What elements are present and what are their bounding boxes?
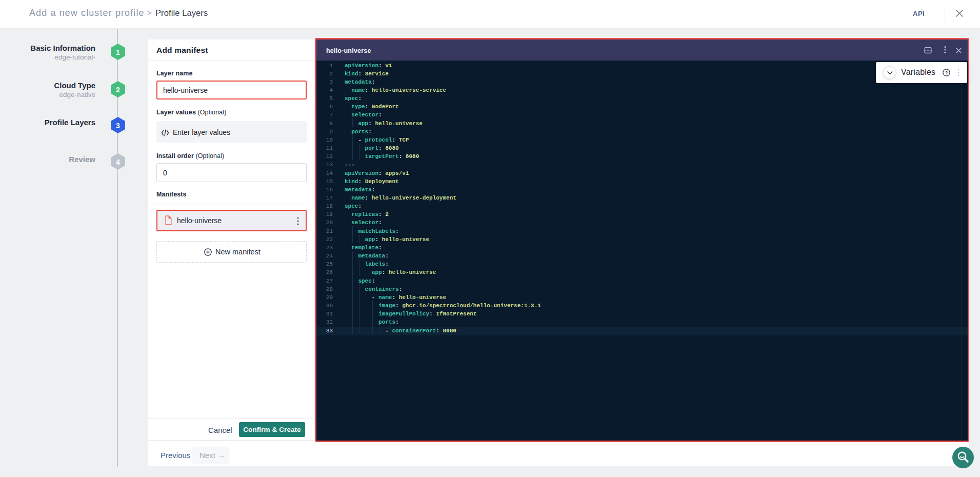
svg-text:?: ? <box>945 70 948 75</box>
